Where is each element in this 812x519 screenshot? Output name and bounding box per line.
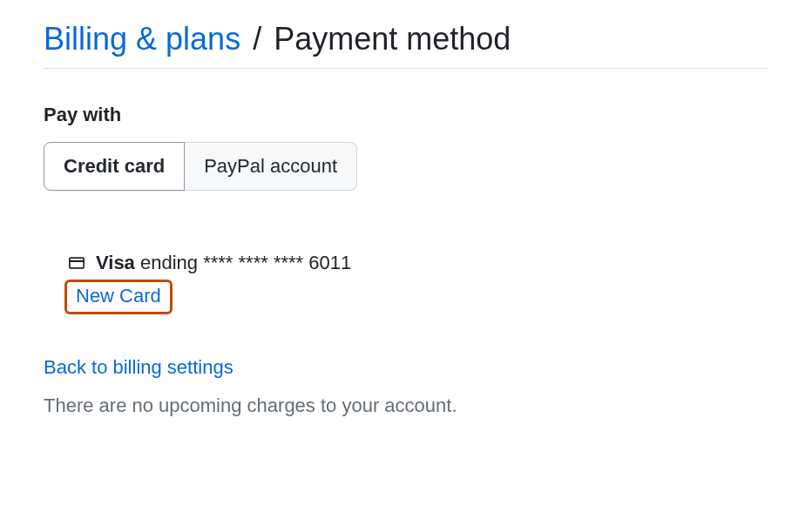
new-card-highlight: New Card	[64, 280, 768, 314]
back-to-billing-link[interactable]: Back to billing settings	[44, 356, 233, 379]
card-brand: Visa	[96, 252, 135, 273]
credit-card-icon	[66, 255, 87, 271]
payment-method-tabs: Credit card PayPal account	[44, 142, 357, 191]
breadcrumb: Billing & plans / Payment method	[44, 21, 768, 57]
pay-with-heading: Pay with	[44, 104, 768, 126]
saved-card-row: Visa ending **** **** **** 6011	[66, 252, 768, 274]
breadcrumb-current: Payment method	[274, 21, 511, 57]
tab-credit-card[interactable]: Credit card	[44, 142, 185, 191]
tab-paypal[interactable]: PayPal account	[185, 142, 357, 191]
card-ending: ending **** **** **** 6011	[140, 252, 351, 273]
upcoming-charges-note: There are no upcoming charges to your ac…	[44, 394, 768, 417]
new-card-button[interactable]: New Card	[76, 285, 161, 307]
breadcrumb-separator: /	[249, 21, 265, 57]
header-divider	[44, 68, 768, 69]
card-summary: Visa ending **** **** **** 6011	[96, 252, 351, 274]
breadcrumb-parent-link[interactable]: Billing & plans	[44, 21, 240, 57]
